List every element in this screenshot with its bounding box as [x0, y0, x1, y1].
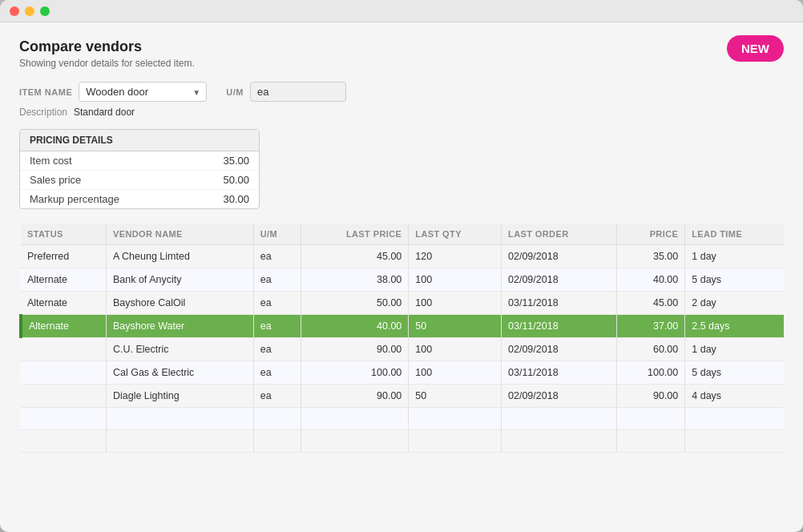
maximize-button[interactable]: [40, 6, 50, 16]
cell-lead_time: 4 days: [685, 385, 784, 408]
cell-lead_time: 2.5 days: [685, 315, 784, 338]
cell-price: 100.00: [616, 361, 685, 385]
table-row[interactable]: AlternateBayshore Waterea40.005003/11/20…: [21, 315, 784, 338]
cell-status: [21, 408, 106, 430]
cell-vendor_name: [106, 430, 253, 453]
table-row[interactable]: Diagle Lightingea90.005002/09/201890.004…: [21, 385, 784, 408]
cell-last_price: [301, 430, 409, 453]
cell-price: [616, 408, 685, 430]
cell-last_qty: 100: [409, 292, 502, 315]
cell-um: ea: [253, 245, 301, 268]
cell-last_order: 03/11/2018: [502, 292, 617, 315]
cell-price: [616, 430, 685, 453]
cell-price: 37.00: [616, 315, 685, 338]
col-header-price: PRICE: [616, 224, 685, 245]
table-row[interactable]: AlternateBayshore CalOilea50.0010003/11/…: [21, 292, 784, 315]
cell-status: Alternate: [21, 292, 106, 315]
item-name-field-group: ITEM NAME Wooden door ▼: [19, 82, 207, 102]
table-row[interactable]: AlternateBank of Anycityea38.0010002/09/…: [21, 268, 784, 292]
cell-vendor_name: Bayshore CalOil: [106, 292, 253, 315]
col-header-lead-time: LEAD TIME: [685, 224, 784, 245]
cell-last_price: 40.00: [301, 315, 409, 338]
cell-price: 60.00: [616, 338, 685, 361]
new-badge: NEW: [727, 35, 784, 62]
cell-price: 35.00: [616, 245, 685, 268]
cell-last_qty: [409, 408, 502, 430]
cell-lead_time: 1 day: [685, 338, 784, 361]
cell-last_price: 90.00: [301, 338, 409, 361]
pricing-row-markup: Markup percentage 30.00: [20, 190, 259, 208]
pricing-label-sales-price: Sales price: [30, 174, 81, 186]
close-button[interactable]: [10, 6, 19, 16]
pricing-row-sales-price: Sales price 50.00: [20, 171, 259, 190]
pricing-value-item-cost: 35.00: [223, 155, 249, 167]
cell-price: 40.00: [616, 268, 685, 292]
um-field-group: U/M: [226, 82, 346, 102]
page-title: Compare vendors: [19, 38, 784, 55]
cell-last_qty: 120: [409, 245, 502, 268]
cell-lead_time: 2 day: [685, 292, 784, 315]
form-row: ITEM NAME Wooden door ▼ U/M: [19, 82, 784, 102]
item-name-select-wrapper: Wooden door ▼: [79, 82, 207, 102]
minimize-button[interactable]: [25, 6, 34, 16]
cell-lead_time: [685, 430, 784, 453]
cell-um: [253, 430, 301, 453]
cell-status: Alternate: [21, 268, 106, 292]
vendor-table: STATUS VENDOR NAME U/M LAST PRICE LAST Q…: [19, 224, 784, 453]
pricing-row-item-cost: Item cost 35.00: [20, 151, 259, 171]
cell-lead_time: 5 days: [685, 268, 784, 292]
cell-last_price: [301, 408, 409, 430]
cell-status: Preferred: [21, 245, 106, 268]
cell-last_order: 02/09/2018: [502, 385, 617, 408]
description-label: Description: [19, 107, 67, 118]
pricing-label-item-cost: Item cost: [30, 155, 72, 167]
cell-vendor_name: [106, 408, 253, 430]
cell-last_order: 02/09/2018: [502, 338, 617, 361]
col-header-last-qty: LAST QTY: [409, 224, 502, 245]
cell-um: ea: [253, 268, 301, 292]
cell-vendor_name: C.U. Electric: [106, 338, 253, 361]
description-row: Description Standard door: [19, 107, 784, 118]
cell-lead_time: [685, 408, 784, 430]
col-header-last-price: LAST PRICE: [301, 224, 409, 245]
pricing-label-markup: Markup percentage: [30, 193, 119, 205]
item-name-select[interactable]: Wooden door: [79, 82, 207, 102]
cell-last_qty: 50: [409, 315, 502, 338]
cell-last_price: 90.00: [301, 385, 409, 408]
cell-lead_time: 1 day: [685, 245, 784, 268]
table-row[interactable]: PreferredA Cheung Limtedea45.0012002/09/…: [21, 245, 784, 268]
um-input[interactable]: [250, 82, 346, 102]
cell-last_qty: 50: [409, 385, 502, 408]
cell-last_price: 38.00: [301, 268, 409, 292]
col-header-vendor-name: VENDOR NAME: [106, 224, 253, 245]
cell-um: [253, 408, 301, 430]
cell-last_order: 02/09/2018: [502, 245, 617, 268]
table-row[interactable]: [21, 408, 784, 430]
cell-um: ea: [253, 385, 301, 408]
cell-lead_time: 5 days: [685, 361, 784, 385]
um-label: U/M: [226, 87, 244, 97]
cell-vendor_name: Diagle Lighting: [106, 385, 253, 408]
cell-last_order: [502, 408, 617, 430]
cell-last_price: 50.00: [301, 292, 409, 315]
table-row[interactable]: [21, 430, 784, 453]
cell-vendor_name: Bayshore Water: [106, 315, 253, 338]
description-value: Standard door: [74, 107, 135, 118]
cell-status: [21, 361, 106, 385]
cell-last_qty: 100: [409, 268, 502, 292]
pricing-value-markup: 30.00: [223, 193, 249, 205]
cell-um: ea: [253, 292, 301, 315]
cell-vendor_name: A Cheung Limted: [106, 245, 253, 268]
table-row[interactable]: Cal Gas & Electricea100.0010003/11/20181…: [21, 361, 784, 385]
title-bar: [0, 0, 803, 22]
page-subtitle: Showing vendor details for selected item…: [19, 58, 784, 69]
cell-last_price: 45.00: [301, 245, 409, 268]
cell-status: [21, 430, 106, 453]
col-header-last-order: LAST ORDER: [502, 224, 617, 245]
cell-um: ea: [253, 315, 301, 338]
cell-last_qty: [409, 430, 502, 453]
table-header-row: STATUS VENDOR NAME U/M LAST PRICE LAST Q…: [21, 224, 784, 245]
cell-status: [21, 385, 106, 408]
table-row[interactable]: C.U. Electricea90.0010002/09/201860.001 …: [21, 338, 784, 361]
col-header-status: STATUS: [21, 224, 106, 245]
